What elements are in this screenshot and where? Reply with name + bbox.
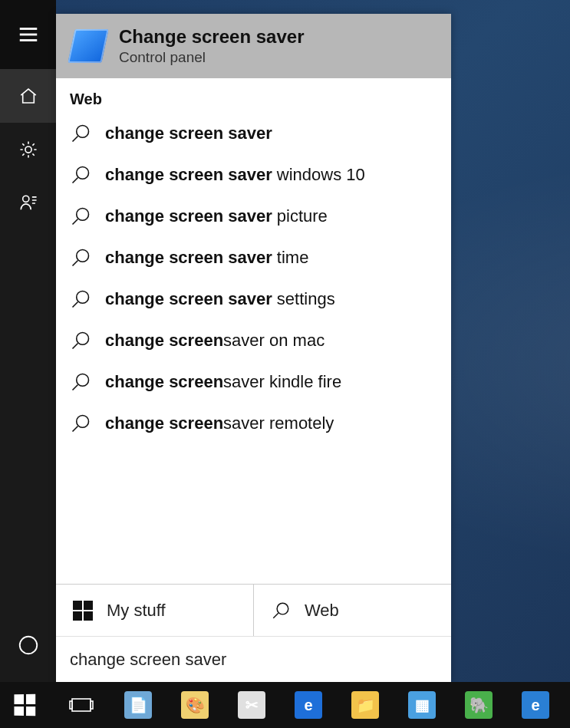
mystuff-scope-button[interactable]: My stuff — [56, 585, 254, 636]
svg-point-10 — [77, 209, 89, 221]
web-label: Web — [305, 601, 339, 621]
internet-explorer-icon: e — [522, 691, 549, 719]
search-icon — [70, 206, 91, 227]
cortana-circle-icon — [17, 634, 40, 657]
taskbar-app-notepad[interactable]: 📄 — [120, 687, 157, 723]
taskbar-app-snipping-tool[interactable]: ✂ — [233, 687, 270, 723]
file-explorer-icon: 📁 — [351, 691, 379, 719]
svg-rect-25 — [70, 701, 72, 709]
windows-logo-icon — [14, 694, 35, 716]
home-icon — [18, 86, 38, 106]
svg-line-11 — [73, 219, 78, 225]
svg-point-22 — [277, 603, 288, 614]
web-scope-button[interactable]: Web — [254, 585, 451, 636]
search-icon — [70, 247, 91, 268]
svg-line-9 — [73, 178, 78, 183]
taskbar-app-internet-explorer[interactable]: e — [517, 687, 554, 723]
screensaver-icon — [68, 29, 108, 63]
svg-line-21 — [73, 427, 78, 432]
suggestion-text: change screen saver — [105, 124, 272, 143]
search-input[interactable]: change screen saver — [56, 636, 451, 682]
best-match-result[interactable]: Change screen saver Control panel — [56, 14, 451, 78]
svg-line-19 — [73, 385, 78, 390]
search-icon — [70, 164, 91, 186]
suggestion-text: change screen saver picture — [105, 206, 328, 226]
search-input-text: change screen saver — [70, 650, 226, 670]
evernote-icon: 🐘 — [465, 691, 493, 719]
svg-point-20 — [77, 416, 89, 428]
taskbar-app-edge[interactable]: e — [290, 687, 327, 723]
svg-point-5 — [19, 637, 37, 654]
search-icon — [70, 371, 91, 393]
search-results-panel: Change screen saver Control panel Web ch… — [56, 14, 451, 682]
svg-point-8 — [77, 167, 89, 180]
suggestion-text: change screensaver on mac — [105, 331, 325, 351]
snipping-tool-icon: ✂ — [238, 691, 265, 719]
feedback-icon — [18, 193, 38, 213]
svg-point-3 — [25, 147, 31, 153]
start-button[interactable] — [6, 687, 43, 723]
gear-icon — [18, 140, 38, 160]
svg-line-15 — [73, 302, 78, 308]
suggestion-text: change screensaver remotely — [105, 413, 334, 433]
svg-line-13 — [73, 261, 78, 266]
web-suggestion[interactable]: change screensaver on mac — [56, 320, 451, 361]
mystuff-label: My stuff — [107, 601, 166, 621]
taskbar: 📄🎨✂e📁▦🐘e — [0, 682, 570, 728]
suggestion-text: change screen saver windows 10 — [105, 165, 365, 185]
svg-point-6 — [77, 126, 89, 138]
search-icon — [70, 413, 91, 434]
web-suggestions-list: change screen saverchange screen saver w… — [56, 113, 451, 444]
web-suggestion[interactable]: change screen saver settings — [56, 278, 451, 320]
edge-icon: e — [295, 691, 322, 719]
svg-line-17 — [73, 344, 78, 349]
notepad-icon: 📄 — [124, 691, 152, 719]
web-suggestion[interactable]: change screen saver time — [56, 237, 451, 278]
task-view-icon — [69, 693, 94, 717]
best-match-title: Change screen saver — [119, 26, 304, 48]
hamburger-icon — [17, 23, 40, 46]
cortana-rail — [0, 0, 56, 682]
search-icon — [70, 123, 91, 144]
web-suggestion[interactable]: change screen saver — [56, 113, 451, 154]
svg-rect-26 — [91, 701, 93, 709]
task-manager-icon: ▦ — [408, 691, 436, 719]
search-icon — [70, 288, 91, 310]
taskbar-pinned-apps: 📄🎨✂e📁▦🐘e — [120, 687, 554, 723]
taskbar-app-paint[interactable]: 🎨 — [176, 687, 213, 723]
svg-point-14 — [77, 292, 89, 304]
taskbar-app-evernote[interactable]: 🐘 — [460, 687, 497, 723]
search-icon — [70, 330, 91, 351]
best-match-subtitle: Control panel — [119, 49, 304, 66]
menu-button[interactable] — [0, 0, 56, 69]
web-suggestion[interactable]: change screen saver windows 10 — [56, 154, 451, 196]
settings-button[interactable] — [0, 123, 56, 176]
svg-point-18 — [77, 374, 89, 387]
svg-rect-24 — [72, 699, 91, 711]
home-button[interactable] — [0, 69, 56, 123]
web-suggestion[interactable]: change screen saver picture — [56, 196, 451, 237]
suggestion-text: change screensaver kindle fire — [105, 372, 341, 392]
web-section-header: Web — [56, 78, 451, 113]
feedback-button[interactable] — [0, 176, 56, 230]
svg-point-4 — [22, 196, 28, 202]
taskbar-app-task-manager[interactable]: ▦ — [404, 687, 440, 723]
web-suggestion[interactable]: change screensaver remotely — [56, 403, 451, 444]
svg-point-16 — [77, 333, 89, 345]
suggestion-text: change screen saver time — [105, 248, 308, 268]
svg-line-23 — [273, 613, 278, 618]
task-view-button[interactable] — [63, 687, 100, 723]
cortana-button[interactable] — [0, 608, 56, 682]
scope-footer: My stuff Web — [56, 584, 451, 636]
web-suggestion[interactable]: change screensaver kindle fire — [56, 361, 451, 403]
svg-point-12 — [77, 250, 89, 262]
best-match-text: Change screen saver Control panel — [119, 26, 304, 66]
svg-line-7 — [73, 137, 78, 142]
windows-logo-icon — [73, 601, 93, 621]
suggestion-text: change screen saver settings — [105, 289, 335, 309]
taskbar-app-file-explorer[interactable]: 📁 — [347, 687, 384, 723]
search-icon — [271, 601, 291, 621]
paint-icon: 🎨 — [181, 691, 209, 719]
